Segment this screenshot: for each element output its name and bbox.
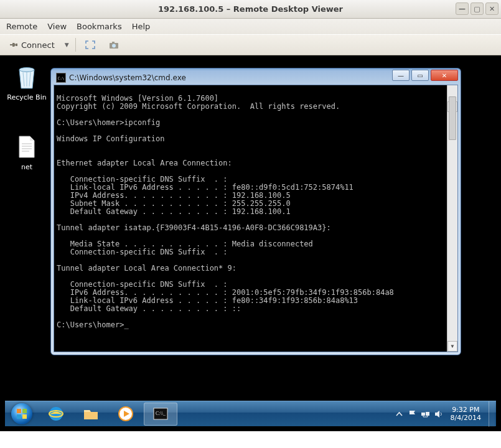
windows-orb-icon [11, 403, 32, 424]
svg-text:C:\\_: C:\\_ [156, 411, 166, 416]
cmd-text: Microsoft Windows [Version 6.1.7600] Cop… [57, 95, 456, 329]
cmd-icon [56, 73, 66, 83]
cmd-taskbar-icon: C:\\_ [152, 405, 169, 422]
connect-label: Connect [21, 40, 55, 50]
cmd-titlebar[interactable]: C:\Windows\system32\cmd.exe — ▭ ✕ [54, 71, 458, 85]
screenshot-button[interactable] [105, 38, 123, 52]
chevron-up-icon[interactable] [395, 409, 404, 419]
close-button[interactable]: ✕ [485, 2, 499, 15]
toolbar: Connect ▼ [0, 34, 501, 55]
maximize-button[interactable]: ▢ [471, 2, 484, 15]
camera-icon [108, 40, 119, 50]
cmd-close-button[interactable]: ✕ [431, 70, 458, 81]
svg-rect-14 [421, 413, 425, 416]
cmd-window[interactable]: C:\Windows\system32\cmd.exe — ▭ ✕ Micros… [50, 68, 461, 355]
svg-rect-2 [112, 42, 115, 44]
menubar: Remote View Bookmarks Help [0, 19, 501, 34]
windows-desktop[interactable]: Recycle Bin net C:\Windows\system32\cmd.… [5, 60, 496, 426]
connect-dropdown[interactable]: ▼ [63, 42, 70, 48]
folder-icon [82, 405, 100, 422]
outer-window-title: 192.168.100.5 – Remote Desktop Viewer [158, 4, 343, 14]
taskbar-wmp[interactable] [109, 403, 143, 426]
flag-icon[interactable] [408, 409, 417, 419]
desktop-icon-label: Recycle Bin [7, 93, 46, 101]
taskbar: C:\\_ 9:32 PM 8/4/2014 [5, 401, 496, 426]
show-desktop-button[interactable] [489, 401, 495, 427]
plug-icon [9, 40, 19, 49]
menu-view[interactable]: View [47, 22, 67, 31]
connect-button[interactable]: Connect [5, 39, 59, 52]
system-tray: 9:32 PM 8/4/2014 [395, 401, 496, 427]
scroll-thumb[interactable] [449, 96, 456, 140]
cmd-scrollbar[interactable]: ▲ ▼ [447, 85, 457, 352]
svg-rect-4 [17, 409, 21, 413]
svg-rect-6 [17, 414, 21, 419]
menu-help[interactable]: Help [132, 22, 151, 31]
minimize-button[interactable]: — [456, 2, 469, 15]
text-file-icon [17, 136, 36, 158]
svg-rect-15 [426, 412, 429, 416]
toolbar-separator [75, 38, 76, 52]
taskbar-cmd[interactable]: C:\\_ [144, 403, 177, 426]
menu-remote[interactable]: Remote [6, 22, 37, 31]
cmd-output[interactable]: Microsoft Windows [Version 6.1.7600] Cop… [54, 85, 458, 352]
taskbar-time: 9:32 PM [451, 406, 481, 414]
desktop-icon-recycle-bin[interactable]: Recycle Bin [5, 63, 49, 101]
menu-bookmarks[interactable]: Bookmarks [77, 22, 122, 31]
taskbar-explorer[interactable] [74, 403, 108, 426]
fullscreen-icon [85, 40, 96, 50]
fullscreen-button[interactable] [81, 38, 100, 52]
cmd-maximize-button[interactable]: ▭ [411, 70, 429, 81]
speaker-icon[interactable] [434, 409, 443, 419]
desktop-icon-label: net [21, 163, 32, 171]
scroll-down-arrow[interactable]: ▼ [447, 341, 457, 352]
network-icon[interactable] [421, 409, 430, 419]
mediaplayer-icon [117, 405, 134, 422]
svg-point-3 [19, 68, 34, 72]
svg-point-1 [112, 44, 116, 48]
outer-window-titlebar: 192.168.100.5 – Remote Desktop Viewer — … [0, 0, 501, 19]
cmd-minimize-button[interactable]: — [392, 70, 410, 81]
outer-window-bottom [0, 431, 501, 448]
svg-rect-5 [22, 409, 27, 413]
start-button[interactable] [5, 401, 39, 427]
taskbar-clock[interactable]: 9:32 PM 8/4/2014 [447, 406, 485, 422]
remote-desktop-viewport: Recycle Bin net C:\Windows\system32\cmd.… [0, 55, 501, 431]
svg-rect-7 [22, 414, 27, 419]
taskbar-ie[interactable] [39, 403, 73, 426]
desktop-icon-net[interactable]: net [5, 133, 49, 171]
taskbar-date: 8/4/2014 [451, 414, 481, 422]
cmd-title-text: C:\Windows\system32\cmd.exe [69, 73, 186, 82]
ie-icon [47, 405, 65, 422]
recycle-bin-icon [14, 63, 39, 91]
